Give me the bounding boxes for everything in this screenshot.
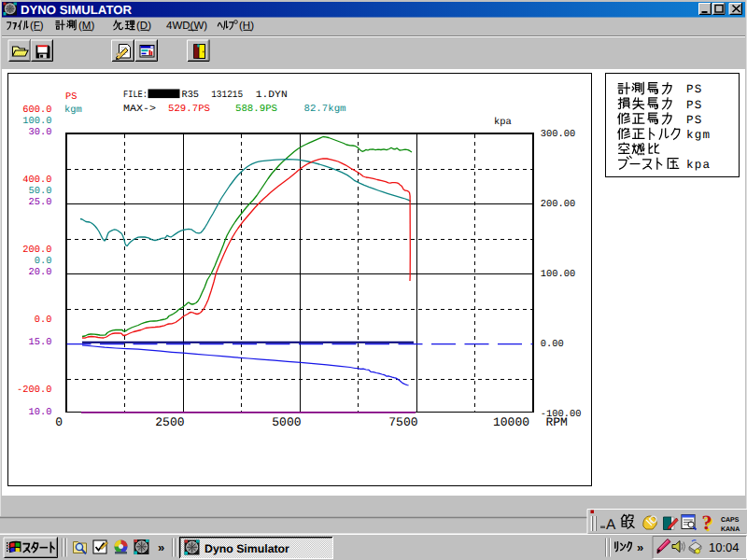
svg-text:PS: PS: [686, 114, 703, 127]
svg-text:0.0: 0.0: [35, 256, 52, 267]
svg-text:100.0: 100.0: [22, 116, 51, 127]
svg-text:R35: R35: [182, 90, 200, 101]
svg-text:»: »: [158, 540, 164, 554]
svg-text:Dyno Simulator: Dyno Simulator: [204, 542, 289, 555]
svg-text:400.0: 400.0: [22, 175, 51, 186]
svg-text:529.7PS: 529.7PS: [168, 104, 210, 115]
svg-text:15.0: 15.0: [29, 337, 52, 348]
svg-text:25.0: 25.0: [29, 197, 52, 208]
svg-text:A: A: [606, 517, 616, 533]
svg-text:0: 0: [55, 415, 63, 429]
svg-text:1.DYN: 1.DYN: [256, 90, 288, 101]
svg-text:PS: PS: [686, 99, 703, 112]
svg-text:100.00: 100.00: [541, 269, 575, 280]
svg-text:CAPS: CAPS: [721, 517, 740, 524]
svg-text:10.0: 10.0: [29, 407, 52, 418]
svg-text:FILE:: FILE:: [123, 90, 148, 101]
svg-text:50.0: 50.0: [29, 186, 52, 197]
svg-text:0.0: 0.0: [35, 315, 52, 326]
svg-text:RPM: RPM: [546, 415, 568, 429]
svg-text:10:04: 10:04: [709, 540, 740, 554]
svg-text:7500: 7500: [388, 415, 417, 429]
svg-text:»: »: [637, 540, 643, 554]
svg-text:MAX->: MAX->: [123, 104, 156, 115]
svg-text:200.0: 200.0: [22, 245, 51, 256]
svg-text:?: ?: [702, 511, 712, 534]
svg-text:82.7kgm: 82.7kgm: [304, 104, 346, 115]
svg-text:kpa: kpa: [686, 159, 711, 172]
svg-text:4WD(W): 4WD(W): [166, 21, 207, 32]
svg-text:PS: PS: [65, 91, 77, 103]
svg-text:200.00: 200.00: [541, 199, 575, 210]
svg-text:30.0: 30.0: [29, 127, 52, 138]
svg-text:kpa: kpa: [494, 117, 512, 128]
svg-text:10000: 10000: [493, 415, 529, 429]
svg-text:5000: 5000: [272, 415, 301, 429]
svg-text:131215: 131215: [211, 90, 243, 101]
svg-text:300.00: 300.00: [541, 129, 575, 140]
svg-text:kgm: kgm: [64, 105, 82, 116]
svg-text:DYNO SIMULATOR: DYNO SIMULATOR: [21, 3, 133, 17]
svg-text:2500: 2500: [155, 415, 184, 429]
svg-text:20.0: 20.0: [29, 267, 52, 278]
svg-text:588.9PS: 588.9PS: [235, 104, 277, 115]
svg-text:-200.0: -200.0: [17, 385, 51, 396]
svg-text:kgm: kgm: [686, 129, 711, 142]
svg-text:KANA: KANA: [721, 526, 740, 533]
svg-text:PS: PS: [686, 83, 703, 96]
svg-text:0.00: 0.00: [541, 339, 564, 350]
svg-text:600.0: 600.0: [22, 105, 51, 116]
